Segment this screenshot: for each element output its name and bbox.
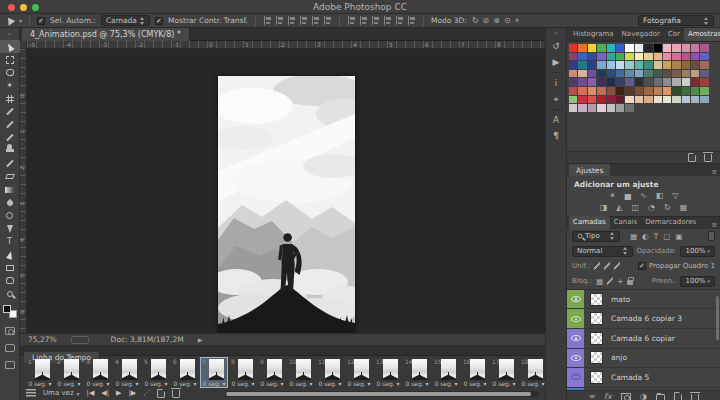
frame-12[interactable]: 12 0 seg. ▾ [345, 357, 373, 388]
canvas[interactable] [27, 49, 545, 345]
swatch[interactable] [682, 53, 690, 61]
frame-13[interactable]: 13 0 seg. ▾ [374, 357, 402, 388]
brightness-contrast-icon[interactable]: ☀ [609, 191, 616, 201]
layer-thumbnail[interactable] [590, 293, 603, 306]
frame-delay-dropdown[interactable]: 0 seg. ▾ [520, 380, 546, 387]
swatch[interactable] [635, 53, 643, 61]
frame-18[interactable]: 18 0 seg. ▾ [519, 357, 547, 388]
swatch[interactable] [578, 61, 586, 69]
distribute-bottom-edges-icon[interactable] [371, 16, 380, 25]
frame-5[interactable]: 5 0 seg. ▾ [142, 357, 170, 388]
zoom-tool[interactable] [0, 287, 20, 300]
swatch[interactable] [691, 96, 699, 104]
levels-icon[interactable]: ▅ [625, 191, 631, 201]
layer-thumbnail[interactable] [590, 371, 603, 384]
swatch[interactable] [607, 70, 615, 78]
play-button[interactable]: ▶ [116, 388, 121, 398]
distribute-right-edges-icon[interactable] [407, 16, 416, 25]
color-lookup-icon[interactable]: ▦ [680, 203, 688, 213]
type-tool[interactable]: T [0, 235, 20, 248]
next-frame-button[interactable]: |▶ [129, 388, 137, 398]
swatch[interactable] [578, 78, 586, 86]
swatch[interactable] [588, 61, 596, 69]
swatch[interactable] [672, 87, 680, 95]
filter-shape-layers-icon[interactable]: ▢ [663, 232, 670, 241]
swatch[interactable] [597, 78, 605, 86]
swatch[interactable] [635, 61, 643, 69]
lock-pixels-icon[interactable] [607, 277, 613, 285]
frame-16[interactable]: 16 0 seg. ▾ [461, 357, 489, 388]
frame-delay-dropdown[interactable]: 0 seg. ▾ [230, 380, 256, 387]
vibrance-icon[interactable]: ▽ [672, 191, 678, 201]
distribute-left-edges-icon[interactable] [383, 16, 392, 25]
frame-delay-dropdown[interactable]: 0 seg. ▾ [491, 380, 517, 387]
tab-Amostras[interactable]: Amostras [684, 28, 720, 41]
swatch[interactable] [588, 78, 596, 86]
swatch[interactable] [700, 70, 708, 78]
swatch[interactable] [597, 44, 605, 52]
color-balance-icon[interactable]: ◭ [616, 203, 622, 213]
new-layer-button[interactable] [674, 392, 682, 400]
3d-drag-icon[interactable]: ⊕ [493, 16, 500, 26]
swatch[interactable] [616, 61, 624, 69]
eraser-tool[interactable] [0, 170, 20, 183]
pen-tool[interactable] [0, 222, 20, 235]
swatch[interactable] [644, 70, 652, 78]
tab-Cor[interactable]: Cor [664, 28, 684, 41]
layer-row[interactable] [567, 388, 720, 390]
swatch[interactable] [578, 44, 586, 52]
rectangle-tool[interactable] [0, 261, 20, 274]
swatch[interactable] [588, 104, 596, 112]
frame-9[interactable]: 9 0 seg. ▾ [258, 357, 286, 388]
swatch[interactable] [635, 87, 643, 95]
frame-7[interactable]: 7 0 seg. ▾ [200, 357, 228, 388]
dodge-tool[interactable] [0, 209, 20, 222]
swatch[interactable] [616, 104, 624, 112]
unify-position-icon[interactable] [594, 262, 600, 270]
delete-layer-button[interactable] [691, 394, 699, 400]
swatch[interactable] [607, 53, 615, 61]
new-adjustment-layer-button[interactable]: ◑ [640, 392, 647, 400]
spot-healing-brush-tool[interactable] [0, 118, 20, 131]
swatch[interactable] [672, 78, 680, 86]
opacity-field[interactable]: 100% ▾ [680, 246, 715, 257]
swatch[interactable] [588, 70, 596, 78]
path-selection-tool[interactable] [0, 248, 20, 261]
frame-delay-dropdown[interactable]: 0 seg. ▾ [201, 380, 227, 387]
first-frame-button[interactable]: |◀ [87, 388, 95, 398]
layer-visibility-eye-icon[interactable] [571, 355, 581, 361]
swatch[interactable] [654, 61, 662, 69]
swatch[interactable] [672, 70, 680, 78]
add-layer-mask-button[interactable] [621, 393, 631, 400]
swatch[interactable] [682, 78, 690, 86]
curves-icon[interactable]: ∿ [640, 191, 647, 201]
lock-position-icon[interactable]: + [617, 277, 623, 286]
align-left-edges-icon[interactable] [299, 16, 308, 25]
layer-row[interactable]: mato [567, 290, 720, 310]
swatch[interactable] [597, 53, 605, 61]
layer-row[interactable]: anjo [567, 349, 720, 369]
layer-name[interactable]: Camada 6 copiar 3 [611, 314, 682, 323]
black-white-icon[interactable]: ◫ [631, 203, 639, 213]
swatch[interactable] [682, 61, 690, 69]
show-transform-controls-checkbox[interactable]: ✓ [155, 17, 163, 25]
swatch[interactable] [569, 44, 577, 52]
layer-row[interactable]: Camada 6 copiar [567, 329, 720, 349]
actions-icon[interactable]: ▶ [553, 57, 560, 67]
frame-2[interactable]: 2 0 seg. ▾ [55, 357, 83, 388]
align-vertical-centers-icon[interactable] [275, 16, 284, 25]
swatch[interactable] [644, 78, 652, 86]
swatch[interactable] [569, 87, 577, 95]
magic-wand-tool[interactable]: ✶ [0, 79, 20, 92]
swatch[interactable] [597, 70, 605, 78]
blend-mode-dropdown[interactable]: Normal [572, 246, 633, 257]
status-pill-button[interactable] [71, 336, 89, 344]
swatch[interactable] [644, 53, 652, 61]
delete-swatch-button[interactable] [704, 154, 712, 162]
document-tab[interactable]: 4_Animation.psd @ 75,3% (CMYK/8) * [22, 28, 190, 41]
unify-visibility-icon[interactable] [604, 262, 610, 270]
frame-6[interactable]: 6 0 seg. ▾ [171, 357, 199, 388]
swatch[interactable] [616, 87, 624, 95]
frame-4[interactable]: 4 0 seg. ▾ [113, 357, 141, 388]
swatch[interactable] [691, 70, 699, 78]
